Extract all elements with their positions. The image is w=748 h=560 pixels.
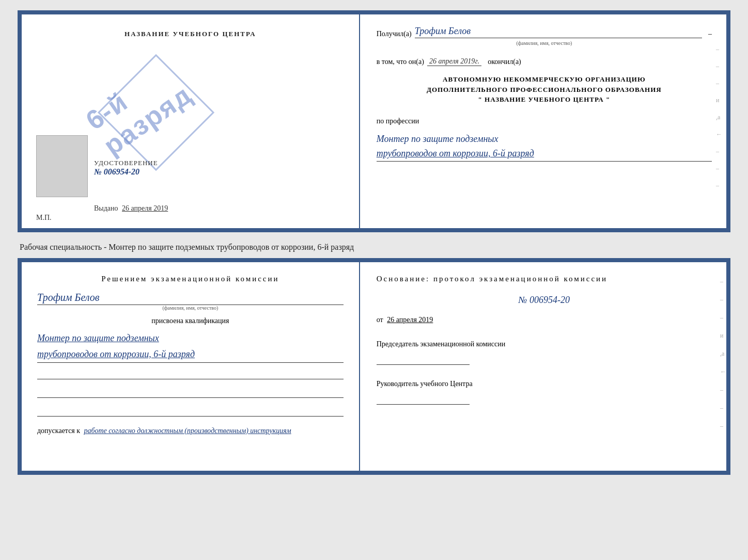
rukovoditel-block: Руководитель учебного Центра <box>377 378 712 405</box>
blank-line-2 <box>37 387 344 398</box>
specialty-text: Рабочая специальность - Монтер по защите… <box>20 243 354 251</box>
poluchil-name: Трофим Белов <box>415 26 702 38</box>
vydano-label: Выдано <box>94 204 118 212</box>
predsedatel-block: Председатель экзаменационной комиссии <box>377 339 712 365</box>
cert-bottom-right: Основание: протокол экзаменационной коми… <box>360 262 726 471</box>
ot-prefix: от <box>377 316 383 324</box>
dopuskaetsya-text: работе согласно должностным (производств… <box>84 427 291 435</box>
org-quote-left: " <box>478 95 482 103</box>
stamp-text: 6-й разряд <box>80 53 197 161</box>
dopuskaetsya-block: допускается к работе согласно должностны… <box>37 427 344 435</box>
protocol-number: № 006954-20 <box>377 295 712 306</box>
cert-bottom-left: Решением экзаменационной комиссии Трофим… <box>22 262 360 471</box>
udost-label: УДОСТОВЕРЕНИЕ <box>94 159 158 167</box>
cert-right-panel: Получил(а) Трофим Белов – (фамилия, имя,… <box>360 14 726 228</box>
rukovoditel-signature-line <box>377 392 470 405</box>
qualification-text: Монтер по защите подземных трубопроводов… <box>37 330 344 362</box>
cert-number-block: УДОСТОВЕРЕНИЕ № 006954-20 <box>94 159 158 177</box>
professiya-label: по профессии <box>377 117 712 125</box>
org-name: НАЗВАНИЕ УЧЕБНОГО ЦЕНТРА <box>485 95 604 103</box>
professiya-line1: Монтер по защите подземных <box>377 132 712 147</box>
qual-line1: Монтер по защите подземных <box>37 330 344 346</box>
dash1: – <box>708 30 712 38</box>
dopuskaetsya-prefix: допускается к <box>37 427 80 435</box>
prisvoena-label: присвоена квалификация <box>37 317 344 325</box>
osnovanie-title: Основание: протокол экзаменационной коми… <box>377 275 712 283</box>
poluchil-sub: (фамилия, имя, отчество) <box>377 40 712 46</box>
qual-line2: трубопроводов от коррозии, 6-й разряд <box>37 346 344 362</box>
mp-label: М.П. <box>36 214 52 222</box>
bottom-name: Трофим Белов <box>37 292 344 305</box>
dash-col-bottom-right: – – – и ,а ← – – – <box>720 278 726 430</box>
blank-line-1 <box>37 368 344 379</box>
stamp-line1: 6-й <box>81 86 133 136</box>
okonchil-label: окончил(а) <box>488 58 521 66</box>
center-title: НАЗВАНИЕ УЧЕБНОГО ЦЕНТРА <box>124 30 256 38</box>
ot-date-value: 26 апреля 2019 <box>387 316 433 324</box>
cert-number: № 006954-20 <box>94 167 158 177</box>
vtom-date: 26 апреля 2019г. <box>427 57 481 66</box>
poluchil-label: Получил(а) <box>377 30 412 38</box>
bottom-certificate: Решением экзаменационной комиссии Трофим… <box>18 258 730 475</box>
decision-title: Решением экзаменационной комиссии <box>37 275 344 283</box>
vydano-date: 26 апреля 2019 <box>122 204 168 212</box>
org-block: АВТОНОМНУЮ НЕКОММЕРЧЕСКУЮ ОРГАНИЗАЦИЮ ДО… <box>377 74 712 105</box>
top-certificate: НАЗВАНИЕ УЧЕБНОГО ЦЕНТРА 6-й разряд УДОС… <box>18 10 730 232</box>
org-name-line: " НАЗВАНИЕ УЧЕБНОГО ЦЕНТРА " <box>377 94 712 105</box>
bottom-name-sub: (фамилия, имя, отчество) <box>37 305 344 311</box>
org-line1: АВТОНОМНУЮ НЕКОММЕРЧЕСКУЮ ОРГАНИЗАЦИЮ <box>377 74 712 85</box>
rukovoditel-label: Руководитель учебного Центра <box>377 378 712 389</box>
org-quote-right: " <box>606 95 610 103</box>
cert-left-panel: НАЗВАНИЕ УЧЕБНОГО ЦЕНТРА 6-й разряд УДОС… <box>22 14 360 228</box>
stamp-line2: разряд <box>98 79 197 161</box>
vtom-row: в том, что он(а) 26 апреля 2019г. окончи… <box>377 57 712 66</box>
blank-line-3 <box>37 405 344 417</box>
predsedatel-label: Председатель экзаменационной комиссии <box>377 339 712 349</box>
vtom-label: в том, что он(а) <box>377 58 424 66</box>
predsedatel-signature-line <box>377 353 470 365</box>
org-line2: ДОПОЛНИТЕЛЬНОГО ПРОФЕССИОНАЛЬНОГО ОБРАЗО… <box>377 85 712 95</box>
vydano-block: Выдано 26 апреля 2019 <box>94 204 168 213</box>
stamp-overlay: 6-й разряд <box>94 45 218 200</box>
specialty-label: Рабочая специальность - Монтер по защите… <box>18 242 730 253</box>
professiya-value: Монтер по защите подземных трубопроводов… <box>377 132 712 162</box>
photo-placeholder <box>36 135 88 197</box>
professiya-line2: трубопроводов от коррозии, 6-й разряд <box>377 146 712 161</box>
ot-date-row: от 26 апреля 2019 <box>377 316 712 324</box>
dash-col-right: – – – и ,а ← – – – <box>716 45 726 189</box>
stamp-diamond <box>98 54 214 171</box>
